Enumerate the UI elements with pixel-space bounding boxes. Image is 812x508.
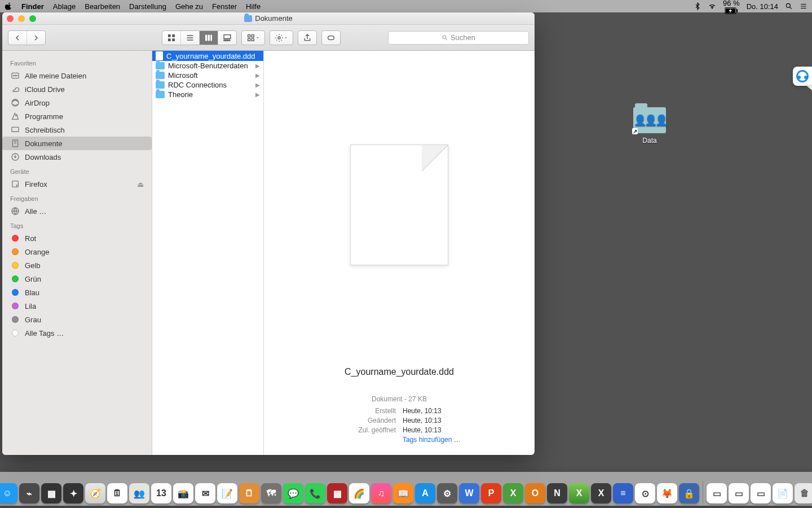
file-row[interactable]: Microsoft▶ bbox=[152, 71, 263, 80]
dock-app[interactable]: ≡ bbox=[613, 483, 633, 503]
sidebar-item-dokumente[interactable]: Dokumente bbox=[2, 137, 152, 150]
dock-app[interactable]: 📖 bbox=[393, 483, 413, 503]
menu-ablage[interactable]: Ablage bbox=[53, 2, 76, 11]
sidebar-tag-grün[interactable]: Grün bbox=[2, 272, 152, 286]
sidebar-item-icloud-drive[interactable]: iCloud Drive bbox=[2, 82, 152, 96]
bluetooth-icon[interactable] bbox=[694, 2, 701, 10]
dock-app[interactable]: 📝 bbox=[217, 483, 237, 503]
dock-app[interactable]: 📸 bbox=[173, 483, 193, 503]
desktop-folder-data[interactable]: 👤👤👤↗ Data bbox=[633, 107, 667, 144]
shared-folder-icon: 👤👤👤↗ bbox=[633, 107, 666, 133]
dock-app[interactable]: 🗒 bbox=[239, 483, 259, 503]
sidebar-item-programme[interactable]: Programme bbox=[2, 110, 152, 123]
search-field[interactable]: Suchen bbox=[388, 31, 529, 45]
folder-icon bbox=[156, 91, 165, 98]
dock-app[interactable]: X bbox=[569, 483, 589, 503]
notifications-icon[interactable] bbox=[800, 2, 807, 10]
sidebar-item-schreibtisch[interactable]: Schreibtisch bbox=[2, 123, 152, 137]
sidebar-item-alle-meine-dateien[interactable]: Alle meine Dateien bbox=[2, 69, 152, 82]
dock-app[interactable]: ✦ bbox=[63, 483, 83, 503]
dock-app[interactable]: X bbox=[503, 483, 523, 503]
sidebar-tag-lila[interactable]: Lila bbox=[2, 299, 152, 313]
menu-darstellung[interactable]: Darstellung bbox=[129, 2, 166, 11]
dock-app[interactable]: W bbox=[459, 483, 479, 503]
dock-app[interactable]: 🗓 bbox=[107, 483, 127, 503]
battery-status[interactable]: 96 % bbox=[723, 0, 740, 14]
sidebar-tag-rot[interactable]: Rot bbox=[2, 231, 152, 245]
dock-app[interactable]: 🦊 bbox=[657, 483, 677, 503]
sidebar: Favoriten Alle meine DateieniCloud Drive… bbox=[2, 51, 152, 455]
dock-app[interactable]: N bbox=[547, 483, 567, 503]
dock-app[interactable]: 💬 bbox=[283, 483, 303, 503]
dock-app[interactable]: ⌁ bbox=[19, 483, 39, 503]
dock-app[interactable]: 🔒 bbox=[679, 483, 699, 503]
dock-app[interactable]: ⚙ bbox=[437, 483, 457, 503]
file-row[interactable]: Microsoft-Benutzerdaten▶ bbox=[152, 61, 263, 71]
zoom-button[interactable] bbox=[29, 15, 36, 22]
dock-app[interactable]: P bbox=[481, 483, 501, 503]
sidebar-device[interactable]: Firefox⏏ bbox=[2, 177, 152, 191]
menu-fenster[interactable]: Fenster bbox=[212, 2, 237, 11]
app-name[interactable]: Finder bbox=[21, 2, 44, 11]
dock-item[interactable]: ▭ bbox=[751, 483, 771, 503]
sidebar-shared[interactable]: Alle … bbox=[2, 204, 152, 218]
minimize-button[interactable] bbox=[18, 15, 25, 22]
dock-item[interactable]: 📄 bbox=[773, 483, 793, 503]
sidebar-tag-blau[interactable]: Blau bbox=[2, 286, 152, 299]
dock-app[interactable]: X bbox=[591, 483, 611, 503]
view-gallery-button[interactable] bbox=[218, 31, 236, 45]
teamviewer-tab[interactable] bbox=[793, 67, 812, 86]
sidebar-section-devices: Geräte bbox=[2, 164, 152, 177]
dock-app[interactable]: ✉ bbox=[195, 483, 215, 503]
dock-app[interactable]: A bbox=[415, 483, 435, 503]
action-button[interactable] bbox=[270, 31, 293, 45]
sidebar-item-airdrop[interactable]: AirDrop bbox=[2, 96, 152, 110]
spotlight-icon[interactable] bbox=[785, 2, 793, 10]
forward-button[interactable] bbox=[27, 31, 45, 45]
dock-app[interactable]: ⊙ bbox=[635, 483, 655, 503]
sidebar-all-tags[interactable]: Alle Tags … bbox=[2, 326, 152, 340]
file-name: C_yourname_yourdate.ddd bbox=[166, 52, 260, 60]
sidebar-tag-grau[interactable]: Grau bbox=[2, 313, 152, 326]
dock-app[interactable]: 🧭 bbox=[85, 483, 105, 503]
dock-app[interactable]: 🗺 bbox=[261, 483, 281, 503]
dock-app[interactable]: 🌈 bbox=[349, 483, 369, 503]
menu-bearbeiten[interactable]: Bearbeiten bbox=[85, 2, 120, 11]
arrange-button[interactable] bbox=[242, 31, 264, 45]
window-titlebar[interactable]: Dokumente bbox=[2, 12, 535, 25]
sidebar-tag-orange[interactable]: Orange bbox=[2, 245, 152, 259]
view-column-button[interactable] bbox=[200, 31, 218, 45]
dock-app[interactable]: ♫ bbox=[371, 483, 391, 503]
dock-app[interactable]: 13 bbox=[151, 483, 171, 503]
view-list-button[interactable] bbox=[181, 31, 200, 45]
dock-item[interactable]: 🗑 bbox=[795, 483, 812, 503]
close-button[interactable] bbox=[7, 15, 14, 22]
dock-app[interactable]: O bbox=[525, 483, 545, 503]
sidebar-item-downloads[interactable]: Downloads bbox=[2, 150, 152, 164]
dock-app[interactable]: ▦ bbox=[41, 483, 61, 503]
sidebar-tag-gelb[interactable]: Gelb bbox=[2, 259, 152, 272]
tags-button[interactable] bbox=[322, 31, 340, 45]
dock-item[interactable]: ▭ bbox=[707, 483, 727, 503]
eject-icon[interactable]: ⏏ bbox=[137, 180, 144, 189]
dock-app[interactable]: 📞 bbox=[305, 483, 325, 503]
dock-item[interactable]: ▭ bbox=[729, 483, 749, 503]
dock-app[interactable]: ☺ bbox=[0, 483, 17, 503]
menu-gehezu[interactable]: Gehe zu bbox=[175, 2, 203, 11]
apple-icon[interactable] bbox=[5, 2, 12, 10]
share-button[interactable] bbox=[298, 31, 316, 45]
file-row[interactable]: Theorie▶ bbox=[152, 90, 263, 99]
svg-point-3 bbox=[786, 3, 790, 7]
clock[interactable]: Do. 10:14 bbox=[747, 2, 778, 11]
view-icon-button[interactable] bbox=[162, 31, 181, 45]
menu-hilfe[interactable]: Hilfe bbox=[246, 2, 261, 11]
dock-app[interactable]: ▦ bbox=[327, 483, 347, 503]
toolbar: Suchen bbox=[2, 25, 535, 51]
file-row[interactable]: C_yourname_yourdate.ddd bbox=[152, 51, 263, 61]
svg-rect-12 bbox=[224, 40, 226, 41]
back-button[interactable] bbox=[8, 31, 27, 45]
preview-add-tags[interactable]: Tags hinzufügen … bbox=[403, 436, 535, 444]
file-row[interactable]: RDC Connections▶ bbox=[152, 80, 263, 90]
wifi-icon[interactable] bbox=[708, 2, 716, 10]
dock-app[interactable]: 👥 bbox=[129, 483, 149, 503]
